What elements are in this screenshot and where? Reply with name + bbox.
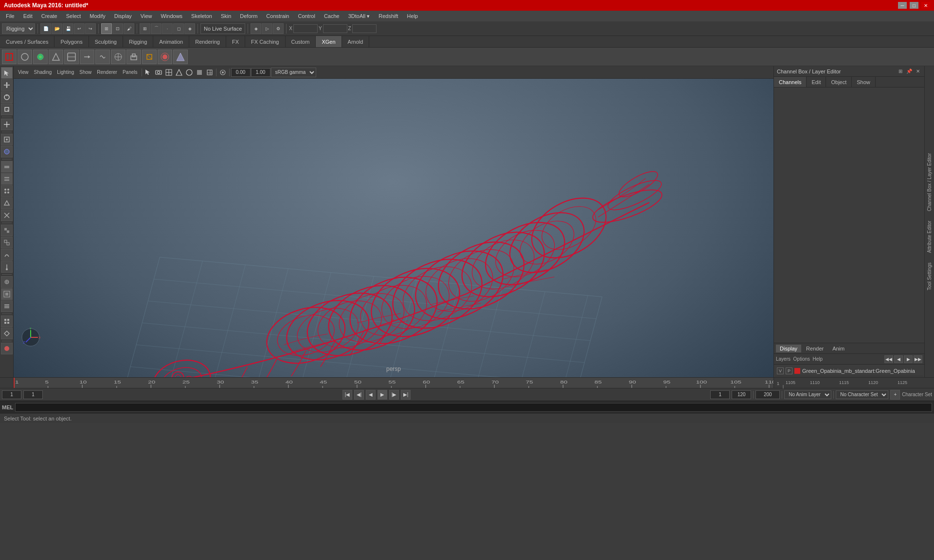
go-end-btn[interactable]: ▶| [401,390,411,400]
shelf-icon-6[interactable] [95,50,110,64]
tab-fx[interactable]: FX [226,36,245,47]
lp-next-btn[interactable]: ▶▶ [914,355,922,363]
range-start-field[interactable] [710,390,730,399]
snap-grid-btn[interactable]: ⊞ [140,23,150,34]
tab-curves-surfaces[interactable]: Curves / Surfaces [0,36,54,47]
menu-control[interactable]: Control [294,12,319,20]
snap-curve-btn[interactable]: ⌒ [151,23,162,34]
menu-windows[interactable]: Windows [157,12,186,20]
ipr-btn[interactable]: ▷ [262,23,272,34]
anim-layer-dropdown[interactable]: No Anim Layer [784,390,831,399]
timeline-ruler[interactable]: 1 5 10 15 20 25 30 35 40 45 50 55 60 [14,378,773,388]
tab-rigging[interactable]: Rigging [123,36,153,47]
cb-tab-object[interactable]: Object [826,77,852,87]
rotate-tool-lt[interactable] [1,91,13,103]
shelf-icon-1[interactable] [18,50,32,64]
select-tool-lt[interactable] [1,67,13,79]
tab-arnold[interactable]: Arnold [342,36,370,47]
shelf-icon-0[interactable] [2,50,17,64]
snap-surface-btn[interactable]: ◻ [173,23,184,34]
redo-btn[interactable]: ↪ [85,23,96,34]
paint-btn[interactable]: 🖌 [124,23,134,34]
tab-custom[interactable]: Custom [286,36,316,47]
no-live-surface-btn[interactable]: No Live Surface [200,23,245,34]
undo-btn[interactable]: ↩ [74,23,85,34]
tool4-lt[interactable] [1,197,13,209]
lp-step-prev-btn[interactable]: ◀ [894,355,903,363]
no-char-set-dropdown[interactable]: No Character Set [836,390,888,399]
cb-tab-edit[interactable]: Edit [807,77,826,87]
vp-icon-smooth[interactable] [184,68,194,77]
vp-show-btn[interactable]: Show [77,69,94,76]
maximize-button[interactable]: □ [910,2,918,9]
menu-select[interactable]: Select [62,12,85,20]
mel-input[interactable] [15,403,932,412]
lp-step-next-btn[interactable]: ▶ [904,355,913,363]
save-btn[interactable]: 💾 [63,23,73,34]
snap-view-btn[interactable]: ◈ [184,23,195,34]
menu-view[interactable]: View [137,12,156,20]
tool10-lt[interactable] [1,276,13,288]
shelf-icon-11[interactable] [173,50,188,64]
char-set-add-btn[interactable]: + [890,390,900,400]
tab-rendering[interactable]: Rendering [189,36,226,47]
menu-file[interactable]: File [2,12,18,20]
vp-icon-wireframe[interactable] [174,68,184,77]
new-scene-btn[interactable]: 📄 [40,23,51,34]
layer-v-toggle[interactable]: V [777,368,784,374]
menu-display[interactable]: Display [110,12,136,20]
open-btn[interactable]: 📂 [52,23,62,34]
render-settings-btn[interactable]: ⚙ [273,23,284,34]
vp-lighting-btn[interactable]: Lighting [54,69,76,76]
next-frame-btn[interactable]: |▶ [389,390,399,400]
menu-cache[interactable]: Cache [320,12,343,20]
vp-icon-solid[interactable] [195,68,204,77]
move-tool-lt[interactable] [1,79,13,91]
shelf-icon-5[interactable] [80,50,94,64]
minimize-button[interactable]: ─ [898,2,907,9]
menu-skin[interactable]: Skin [217,12,235,20]
vp-isolate-btn[interactable] [218,68,228,77]
menu-create[interactable]: Create [37,12,61,20]
shelf-icon-2[interactable] [33,50,48,64]
cb-tab-channels[interactable]: Channels [774,77,807,87]
select-tool-btn[interactable]: ⊞ [101,23,112,34]
vp-panels-btn[interactable]: Panels [120,69,140,76]
y-input[interactable] [323,24,347,33]
channel-box-sidebar-label[interactable]: Channel Box / Layer Editor [927,153,932,211]
play-fwd-btn[interactable]: ▶ [377,390,387,400]
start-frame-field[interactable] [2,390,21,399]
tool5-lt[interactable] [1,210,13,221]
tool8-lt[interactable] [1,249,13,261]
x-input[interactable] [293,24,318,33]
cb-expand-icon[interactable]: ⊞ [897,68,904,75]
go-start-btn[interactable]: |◀ [342,390,352,400]
attribute-editor-sidebar-label[interactable]: Attribute Editor [927,221,932,253]
tool13-lt[interactable] [1,315,13,327]
menu-redshift[interactable]: Redshift [375,12,402,20]
shelf-icon-10[interactable] [158,50,172,64]
play-back-btn[interactable]: ◀ [366,390,376,400]
tool3-lt[interactable] [1,185,13,197]
lp-tab-display[interactable]: Display [776,345,801,352]
menu-edit[interactable]: Edit [19,12,36,20]
tool11-lt[interactable] [1,288,13,300]
lp-tab-render[interactable]: Render [802,345,827,352]
tool9-lt[interactable] [1,261,13,273]
vp-gamma-select[interactable]: sRGB gamma [271,68,316,77]
tool7-lt[interactable] [1,237,13,248]
vp-shading-btn[interactable]: Shading [32,69,54,76]
render-btn[interactable]: ◈ [251,23,261,34]
cb-tab-show[interactable]: Show [852,77,876,87]
lp-prev-btn[interactable]: ◀◀ [884,355,893,363]
z-input[interactable] [352,24,377,33]
vp-icon-select[interactable] [144,68,153,77]
lp-tab-anim[interactable]: Anim [828,345,848,352]
scale-tool-lt[interactable] [1,104,13,115]
vp-gamma-val2[interactable] [251,68,270,77]
tool6-lt[interactable] [1,225,13,236]
vp-renderer-btn[interactable]: Renderer [94,69,120,76]
tab-sculpting[interactable]: Sculpting [89,36,123,47]
tool14-lt[interactable] [1,328,13,339]
tool15-lt[interactable] [1,343,13,354]
